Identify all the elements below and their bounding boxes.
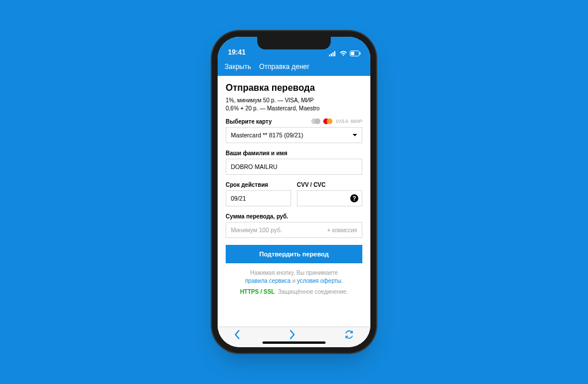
amount-field-group: Сумма перевода, руб. Минимум 100 руб. + …	[226, 213, 362, 238]
amount-suffix: + комиссия	[327, 227, 357, 233]
expiry-input[interactable]: 09/21	[226, 190, 291, 206]
cvv-input[interactable]: ?	[297, 190, 362, 206]
expiry-cvv-row: Срок действия 09/21 CVV / CVC ?	[226, 182, 362, 206]
mastercard-grey-icon	[311, 118, 322, 125]
agree-dot: .	[341, 278, 343, 284]
ssl-text: Защищённое соединение.	[278, 289, 348, 295]
name-value: DOBRO MAILRU	[231, 163, 277, 170]
visa-icon: VISA	[335, 118, 349, 124]
wifi-icon	[339, 51, 347, 56]
help-icon[interactable]: ?	[350, 194, 358, 202]
card-label: Выберите карту	[226, 118, 272, 125]
fee-line-2: 0,6% + 20 р. — Mastercard, Maestro	[226, 105, 362, 113]
forward-button[interactable]	[289, 329, 296, 340]
amount-input[interactable]: Минимум 100 руб. + комиссия	[226, 222, 362, 238]
app-header: Закрыть Отправка денег	[218, 57, 370, 76]
phone-notch	[257, 37, 331, 49]
status-indicators	[329, 51, 361, 56]
rules-link[interactable]: правила сервиса	[245, 278, 291, 284]
svg-rect-5	[351, 52, 354, 55]
agree-and: и	[291, 278, 297, 284]
reload-button[interactable]	[344, 329, 354, 340]
name-label: Ваши фамилия и имя	[226, 150, 362, 156]
svg-rect-3	[334, 51, 335, 56]
battery-icon	[350, 51, 361, 56]
amount-label: Сумма перевода, руб.	[226, 213, 362, 220]
chevron-down-icon	[353, 134, 357, 136]
home-indicator	[262, 341, 326, 344]
amount-placeholder: Минимум 100 руб.	[231, 226, 282, 233]
svg-rect-2	[332, 52, 334, 56]
chevron-left-icon	[234, 329, 241, 340]
reload-icon	[344, 329, 354, 340]
signal-icon	[329, 51, 337, 56]
svg-rect-6	[360, 52, 361, 55]
fees-info: 1%, минимум 50 р. — VISA, МИР 0,6% + 20 …	[226, 97, 362, 112]
phone-frame: 19:41 Закрыть Отправка денег Отправка пе…	[218, 37, 370, 347]
expiry-field-group: Срок действия 09/21	[226, 182, 291, 206]
svg-rect-1	[331, 53, 332, 56]
page-title: Отправка перевода	[226, 83, 362, 93]
content: Отправка перевода 1%, минимум 50 р. — VI…	[218, 76, 370, 328]
card-select[interactable]: Mastercard ** 8175 (09/21)	[226, 127, 362, 143]
mir-icon: МИР	[350, 118, 362, 124]
card-logos: VISA МИР	[311, 118, 362, 125]
svg-rect-0	[329, 55, 330, 56]
fee-line-1: 1%, минимум 50 р. — VISA, МИР	[226, 97, 362, 105]
submit-button[interactable]: Подтвердить перевод	[226, 245, 362, 263]
close-button[interactable]: Закрыть	[225, 63, 251, 71]
ssl-line: HTTPS / SSL Защищённое соединение.	[226, 289, 362, 295]
mastercard-icon	[323, 118, 334, 125]
https-badge: HTTPS / SSL	[240, 289, 275, 295]
card-field-group: Выберите карту VISA МИР Mastercard ** 81…	[226, 118, 362, 143]
chevron-right-icon	[289, 329, 296, 340]
header-title: Отправка денег	[259, 63, 310, 71]
back-button[interactable]	[234, 329, 241, 340]
agree-line1: Нажимая кнопку, Вы принимаете	[250, 270, 338, 276]
stage: 19:41 Закрыть Отправка денег Отправка пе…	[0, 0, 588, 384]
cvv-label: CVV / CVC	[297, 182, 362, 188]
cvv-field-group: CVV / CVC ?	[297, 182, 362, 206]
expiry-label: Срок действия	[226, 182, 291, 188]
offer-link[interactable]: условия оферты	[297, 278, 341, 284]
name-field-group: Ваши фамилия и имя DOBRO MAILRU	[226, 150, 362, 175]
status-time: 19:41	[228, 48, 246, 56]
browser-toolbar	[218, 327, 370, 347]
expiry-value: 09/21	[231, 195, 246, 202]
agreement-text: Нажимая кнопку, Вы принимаете правила се…	[226, 269, 362, 285]
card-select-value: Mastercard ** 8175 (09/21)	[231, 132, 303, 139]
name-input[interactable]: DOBRO MAILRU	[226, 159, 362, 175]
